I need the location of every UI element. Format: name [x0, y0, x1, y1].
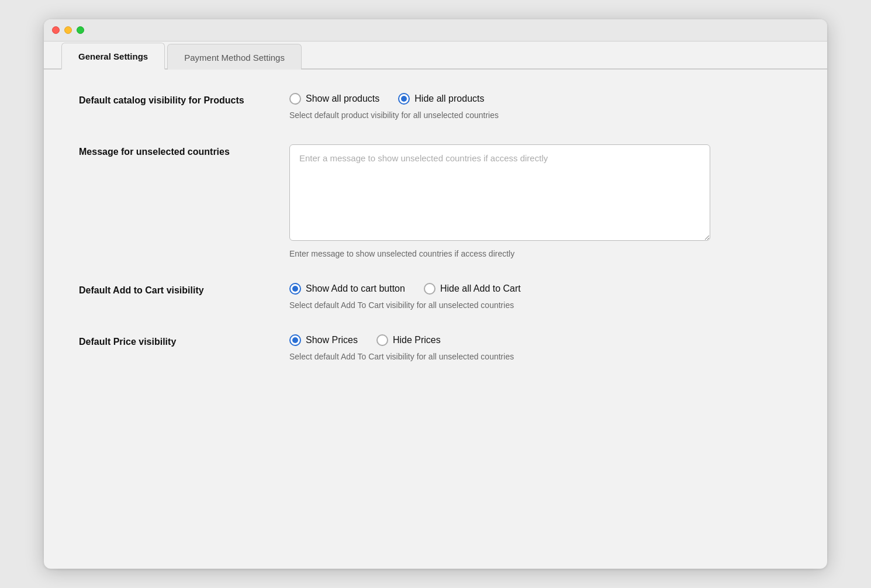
- price-visibility-helper: Select default Add To Cart visibility fo…: [289, 352, 792, 361]
- price-visibility-label: Default Price visibility: [79, 334, 289, 348]
- hide-prices-radio[interactable]: [376, 334, 388, 346]
- hide-add-to-cart-radio[interactable]: [424, 283, 436, 295]
- titlebar: [44, 19, 827, 41]
- price-visibility-control: Show Prices Hide Prices Select default A…: [289, 334, 792, 361]
- maximize-button[interactable]: [77, 26, 84, 34]
- show-prices-radio[interactable]: [289, 334, 301, 346]
- cart-visibility-row: Default Add to Cart visibility Show Add …: [79, 283, 792, 310]
- minimize-button[interactable]: [64, 26, 72, 34]
- traffic-lights: [52, 26, 84, 34]
- show-prices-option[interactable]: Show Prices: [289, 334, 358, 346]
- message-unselected-control: Enter message to show unselected countri…: [289, 144, 792, 258]
- hide-all-products-option[interactable]: Hide all products: [398, 93, 484, 105]
- tab-payment-method-settings[interactable]: Payment Method Settings: [167, 44, 302, 70]
- main-window: General Settings Payment Method Settings…: [44, 19, 827, 569]
- show-add-to-cart-option[interactable]: Show Add to cart button: [289, 283, 405, 295]
- catalog-visibility-row: Default catalog visibility for Products …: [79, 93, 792, 120]
- message-unselected-row: Message for unselected countries Enter m…: [79, 144, 792, 258]
- tabs-bar: General Settings Payment Method Settings: [44, 41, 827, 70]
- message-unselected-helper: Enter message to show unselected countri…: [289, 249, 792, 258]
- cart-visibility-radio-group: Show Add to cart button Hide all Add to …: [289, 283, 792, 295]
- settings-content: Default catalog visibility for Products …: [44, 70, 827, 569]
- show-add-to-cart-radio[interactable]: [289, 283, 301, 295]
- catalog-visibility-helper: Select default product visibility for al…: [289, 110, 792, 120]
- hide-add-to-cart-option[interactable]: Hide all Add to Cart: [424, 283, 521, 295]
- catalog-visibility-radio-group: Show all products Hide all products: [289, 93, 792, 105]
- tab-general-settings[interactable]: General Settings: [61, 43, 165, 70]
- close-button[interactable]: [52, 26, 60, 34]
- cart-visibility-label: Default Add to Cart visibility: [79, 283, 289, 297]
- show-all-products-option[interactable]: Show all products: [289, 93, 379, 105]
- hide-prices-option[interactable]: Hide Prices: [376, 334, 441, 346]
- price-visibility-row: Default Price visibility Show Prices Hid…: [79, 334, 792, 361]
- hide-all-products-radio[interactable]: [398, 93, 410, 105]
- cart-visibility-control: Show Add to cart button Hide all Add to …: [289, 283, 792, 310]
- price-visibility-radio-group: Show Prices Hide Prices: [289, 334, 792, 346]
- message-textarea-wrapper: [289, 144, 792, 243]
- show-all-products-radio[interactable]: [289, 93, 301, 105]
- message-unselected-label: Message for unselected countries: [79, 144, 289, 158]
- catalog-visibility-control: Show all products Hide all products Sele…: [289, 93, 792, 120]
- catalog-visibility-label: Default catalog visibility for Products: [79, 93, 289, 107]
- message-textarea[interactable]: [289, 144, 710, 241]
- cart-visibility-helper: Select default Add To Cart visibility fo…: [289, 300, 792, 310]
